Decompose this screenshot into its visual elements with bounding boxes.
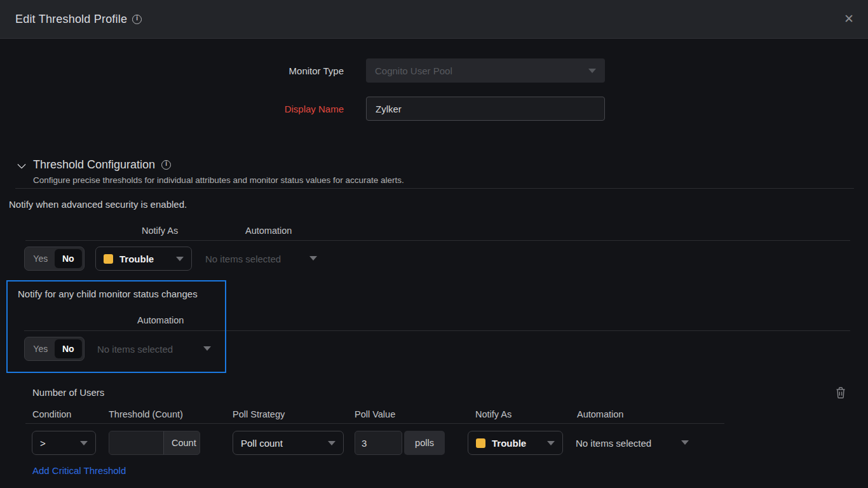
trouble-status-swatch bbox=[104, 254, 113, 264]
monitor-type-select[interactable]: Cognito User Pool bbox=[366, 58, 605, 83]
poll-value-input[interactable] bbox=[355, 431, 402, 455]
info-icon[interactable] bbox=[132, 15, 142, 24]
info-icon[interactable] bbox=[161, 160, 171, 170]
column-header-condition: Condition bbox=[32, 409, 71, 419]
column-header-notify-as: Notify As bbox=[475, 409, 512, 419]
notify-as-value: Trouble bbox=[492, 438, 526, 449]
notify-as-header: Notify As bbox=[142, 226, 178, 236]
automation-dropdown[interactable]: No items selected bbox=[576, 431, 665, 455]
close-icon[interactable] bbox=[841, 11, 857, 27]
column-header-poll-value: Poll Value bbox=[355, 409, 395, 419]
automation-dropdown[interactable]: No items selected bbox=[205, 247, 320, 271]
delete-icon[interactable] bbox=[835, 386, 846, 399]
monitor-type-label: Monitor Type bbox=[217, 65, 344, 76]
threshold-count-group: Count bbox=[109, 431, 200, 455]
threshold-config-description: Configure precise thresholds for individ… bbox=[33, 175, 404, 185]
advanced-security-toggle[interactable]: Yes No bbox=[24, 247, 85, 271]
display-name-input[interactable] bbox=[366, 97, 605, 121]
add-critical-threshold-link[interactable]: Add Critical Threshold bbox=[32, 465, 126, 476]
edit-threshold-profile-dialog: Edit Threshold Profile Monitor Type Cogn… bbox=[0, 0, 868, 488]
chevron-down-icon bbox=[203, 346, 211, 351]
poll-strategy-select[interactable]: Poll count bbox=[233, 431, 344, 455]
toggle-yes[interactable]: Yes bbox=[27, 344, 55, 354]
table-divider bbox=[25, 240, 850, 241]
collapse-chevron-icon[interactable] bbox=[18, 161, 25, 168]
notify-as-value: Trouble bbox=[119, 254, 154, 264]
notify-as-dropdown[interactable]: Trouble bbox=[95, 247, 192, 271]
advanced-security-label: Notify when advanced security is enabled… bbox=[9, 199, 187, 210]
threshold-unit-label: Count bbox=[163, 431, 200, 454]
condition-value: > bbox=[40, 438, 46, 449]
column-header-poll-strategy: Poll Strategy bbox=[233, 409, 285, 419]
column-header-automation: Automation bbox=[577, 409, 623, 419]
automation-value: No items selected bbox=[97, 344, 173, 355]
chevron-down-icon bbox=[309, 256, 317, 261]
table-divider bbox=[24, 330, 850, 331]
child-monitor-toggle[interactable]: Yes No bbox=[24, 337, 85, 361]
notify-as-dropdown[interactable]: Trouble bbox=[468, 431, 563, 455]
display-name-label: Display Name bbox=[217, 104, 344, 114]
chevron-down-icon bbox=[588, 69, 596, 73]
dialog-header: Edit Threshold Profile bbox=[0, 0, 868, 39]
chevron-down-icon bbox=[681, 440, 689, 445]
table-divider bbox=[25, 423, 724, 424]
threshold-config-title: Threshold Configuration bbox=[33, 158, 171, 172]
trouble-status-swatch bbox=[476, 438, 485, 448]
section-divider bbox=[15, 188, 854, 189]
automation-value: No items selected bbox=[205, 254, 281, 264]
column-header-threshold: Threshold (Count) bbox=[109, 409, 183, 419]
poll-unit-label: polls bbox=[404, 431, 445, 455]
automation-value: No items selected bbox=[576, 438, 651, 449]
chevron-down-icon bbox=[80, 441, 88, 445]
chevron-down-icon bbox=[176, 257, 184, 261]
child-monitor-label: Notify for any child monitor status chan… bbox=[18, 288, 198, 299]
automation-header: Automation bbox=[245, 226, 292, 236]
threshold-config-title-text: Threshold Configuration bbox=[33, 158, 155, 171]
dialog-title: Edit Threshold Profile bbox=[15, 13, 127, 26]
condition-select[interactable]: > bbox=[32, 431, 96, 455]
chevron-down-icon bbox=[547, 441, 555, 445]
toggle-no[interactable]: No bbox=[55, 339, 83, 358]
chevron-down-icon bbox=[328, 441, 336, 445]
poll-strategy-value: Poll count bbox=[241, 438, 283, 449]
monitor-type-value: Cognito User Pool bbox=[375, 65, 452, 76]
number-of-users-title: Number of Users bbox=[32, 387, 104, 398]
threshold-count-input[interactable] bbox=[109, 431, 163, 454]
toggle-no[interactable]: No bbox=[55, 249, 83, 268]
automation-header: Automation bbox=[137, 315, 184, 325]
automation-dropdown[interactable]: No items selected bbox=[97, 337, 212, 361]
toggle-yes[interactable]: Yes bbox=[27, 254, 55, 264]
